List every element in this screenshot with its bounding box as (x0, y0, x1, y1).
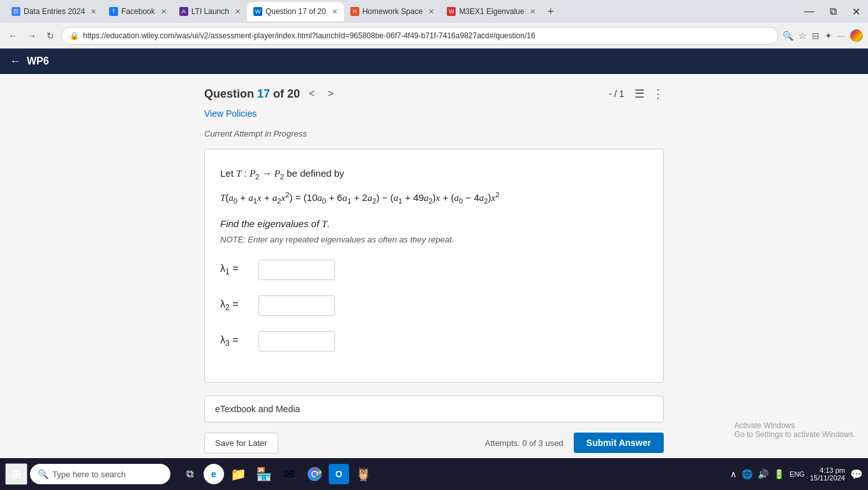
refresh-button[interactable]: ↻ (43, 29, 57, 42)
lambda3-row: λ3 = (220, 331, 648, 352)
taskbar-network-icon[interactable]: 🌐 (742, 469, 752, 479)
taskbar-apps: ⧉ e 📁 🏪 ✉ O 🦉 (178, 463, 375, 486)
save-later-button[interactable]: Save for Later (204, 433, 278, 454)
activate-line1: Activate Windows (735, 421, 855, 430)
edge-profile-icon[interactable] (850, 29, 863, 42)
prev-question-button[interactable]: < (305, 87, 318, 101)
search-addr-icon[interactable]: 🔍 (782, 31, 793, 41)
taskbar-volume-icon[interactable]: 🔊 (758, 469, 768, 479)
tab-favicon-m3ex1: W (447, 7, 456, 16)
activate-windows-watermark: Activate Windows Go to Settings to activ… (735, 421, 855, 439)
tab-data-entries[interactable]: D Data Entries 2024 ✕ (5, 2, 103, 21)
taskbar-chrome-app[interactable] (303, 463, 326, 486)
address-icons: 🔍 ☆ ⊟ ✦ ··· (782, 29, 863, 42)
question-label: Question (204, 87, 254, 100)
question-number: 17 (257, 87, 270, 100)
favorites-icon[interactable]: ✦ (825, 31, 832, 41)
question-score: - / 1 (609, 89, 624, 99)
tab-close-homework[interactable]: ✕ (428, 8, 434, 16)
lambda3-input[interactable] (258, 331, 335, 352)
tab-lti[interactable]: A LTI Launch ✕ (173, 2, 247, 21)
tab-label-m3ex1: M3EX1 Eigenvalue (459, 7, 524, 16)
split-view-icon[interactable]: ⊟ (812, 31, 819, 41)
current-attempt-badge: Current Attempt in Progress (204, 129, 664, 138)
taskbar-right: ∧ 🌐 🔊 🔋 ENG 4:13 pm 15/11/2024 💬 (730, 466, 863, 482)
lambda1-row: λ1 = (220, 260, 648, 280)
question-box: Let T : P2 → P2 be defined by T(a0 + a1x… (204, 149, 664, 383)
address-bar: ← → ↻ 🔒 https://education.wiley.com/was/… (0, 23, 868, 48)
tab-favicon-question17: W (253, 7, 262, 16)
date-display: 15/11/2024 (810, 474, 845, 482)
list-icon[interactable]: ☰ (634, 87, 645, 101)
taskbar-search-box[interactable]: 🔍 Type here to search (30, 464, 170, 484)
question-header: Question 17 of 20 < > - / 1 ☰ ⋮ (204, 87, 664, 101)
content-inner: Question 17 of 20 < > - / 1 ☰ ⋮ View Pol… (204, 87, 664, 454)
next-question-button[interactable]: > (324, 87, 337, 101)
tab-m3ex1[interactable]: W M3EX1 Eigenvalue ✕ (440, 2, 542, 21)
close-window-button[interactable]: ✕ (849, 6, 863, 18)
taskbar-mail-app[interactable]: ✉ (278, 463, 301, 486)
restore-button[interactable]: ⧉ (827, 6, 839, 17)
tab-favicon-data-entries: D (11, 7, 20, 16)
minimize-button[interactable]: — (802, 6, 817, 17)
start-button[interactable]: ⊞ (5, 463, 27, 485)
more-icon[interactable]: ··· (837, 31, 845, 41)
taskbar-lang: ENG (789, 470, 805, 478)
etextbook-label: eTextbook and Media (215, 404, 300, 414)
wp6-title: WP6 (27, 56, 49, 67)
back-nav-button[interactable]: ← (5, 29, 20, 42)
find-eigenvalues-label: Find the eigenvalues of T. (220, 218, 648, 230)
taskbar-task-view[interactable]: ⧉ (178, 463, 201, 486)
tab-close-lti[interactable]: ✕ (235, 8, 241, 16)
tab-label-question17: Question 17 of 20 (266, 7, 326, 16)
taskbar-battery-icon: 🔋 (774, 469, 784, 479)
wp6-header: ← WP6 (0, 48, 868, 74)
tab-label-data-entries: Data Entries 2024 (24, 7, 85, 16)
tab-favicon-lti: A (179, 7, 188, 16)
tab-homework[interactable]: H Homework Space ✕ (344, 2, 441, 21)
wp6-back-button[interactable]: ← (10, 56, 20, 67)
taskbar-outlook-app[interactable]: O (329, 464, 349, 484)
tab-facebook[interactable]: f Facebook ✕ (103, 2, 173, 21)
star-icon[interactable]: ☆ (798, 31, 807, 41)
problem-line1: Let T : P2 → P2 be defined by (220, 165, 648, 183)
submit-answer-button[interactable]: Submit Answer (574, 433, 664, 453)
notification-icon[interactable]: 💬 (850, 468, 863, 480)
tab-label-homework: Homework Space (363, 7, 423, 16)
more-options-icon[interactable]: ⋮ (652, 87, 664, 101)
attempts-text: Attempts: 0 of 3 used (485, 438, 564, 448)
taskbar-store-app[interactable]: 🏪 (252, 463, 275, 486)
taskbar-up-icon[interactable]: ∧ (730, 469, 737, 479)
question-footer: Save for Later Attempts: 0 of 3 used Sub… (204, 433, 664, 454)
tab-close-data-entries[interactable]: ✕ (91, 8, 96, 16)
browser-controls: — ⧉ ✕ (802, 6, 863, 18)
taskbar: ⊞ 🔍 Type here to search ⧉ e 📁 🏪 ✉ O 🦉 ∧ … (0, 458, 868, 490)
svg-point-2 (313, 472, 317, 477)
tab-question17[interactable]: W Question 17 of 20 ✕ (247, 2, 344, 21)
question-title: Question 17 of 20 (204, 87, 300, 101)
tab-label-facebook: Facebook (121, 7, 155, 16)
forward-nav-button[interactable]: → (24, 29, 40, 42)
tab-close-facebook[interactable]: ✕ (161, 8, 167, 16)
taskbar-explorer-app[interactable]: 📁 (227, 463, 250, 486)
etextbook-bar[interactable]: eTextbook and Media (204, 396, 664, 422)
main-content: Question 17 of 20 < > - / 1 ☰ ⋮ View Pol… (0, 74, 868, 458)
problem-line2: T(a0 + a1x + a2x2) = (10a0 + 6a1 + 2a2) … (220, 188, 648, 207)
url-box[interactable]: 🔒 https://education.wiley.com/was/ui/v2/… (61, 27, 779, 45)
note-text: NOTE: Enter any repeated eigenvalues as … (220, 235, 648, 244)
taskbar-time: 4:13 pm 15/11/2024 (810, 466, 845, 482)
tab-close-question17[interactable]: ✕ (332, 8, 338, 16)
tab-close-m3ex1[interactable]: ✕ (530, 8, 535, 16)
time-display: 4:13 pm (810, 466, 845, 474)
lambda3-label: λ3 = (220, 334, 252, 348)
view-policies-link[interactable]: View Policies (204, 108, 664, 119)
url-text: https://education.wiley.com/was/ui/v2/as… (83, 31, 770, 40)
taskbar-owlbear[interactable]: 🦉 (352, 463, 375, 486)
search-icon: 🔍 (38, 469, 49, 479)
taskbar-edge-app[interactable]: e (204, 464, 224, 484)
lambda2-input[interactable] (258, 295, 335, 316)
math-problem: Let T : P2 → P2 be defined by T(a0 + a1x… (220, 165, 648, 208)
new-tab-button[interactable]: + (542, 5, 559, 19)
lambda1-input[interactable] (258, 260, 335, 280)
tab-favicon-homework: H (350, 7, 359, 16)
